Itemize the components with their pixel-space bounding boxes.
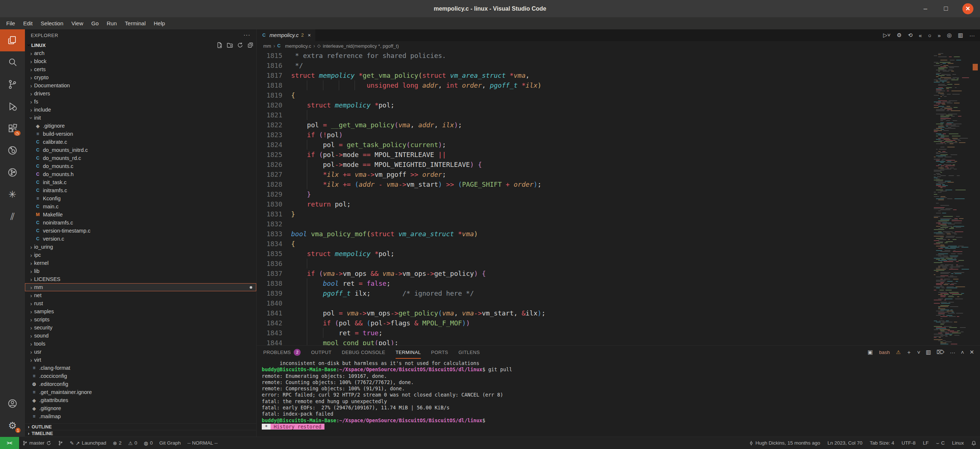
tree-item-main-c[interactable]: Cmain.c — [25, 202, 256, 210]
panel-action-4[interactable]: ··· — [950, 349, 955, 355]
breadcrumb-item[interactable]: mm — [263, 43, 271, 49]
remote-indicator[interactable]: >< — [0, 437, 19, 449]
tree-item-mm[interactable]: ›mm — [25, 283, 256, 291]
editor-action-5[interactable]: » — [937, 32, 940, 38]
tree-item-samples[interactable]: ›samples — [25, 307, 256, 315]
tree-item-drivers[interactable]: ›drivers — [25, 89, 256, 97]
panel-action-5[interactable]: ˄ — [961, 349, 964, 355]
activity-gitlens-inspect[interactable] — [0, 139, 25, 161]
status-git-graph[interactable]: Git Graph — [156, 437, 184, 449]
tree-item-virt[interactable]: ›virt — [25, 356, 256, 364]
tree-item-fs[interactable]: ›fs — [25, 97, 256, 106]
tree-item-kconfig[interactable]: ≡Kconfig — [25, 194, 256, 202]
tree-item-init-task-c[interactable]: Cinit_task.c — [25, 178, 256, 186]
editor-action-2[interactable]: ⟲ — [908, 32, 913, 38]
tree-item--clang-format[interactable]: ≡.clang-format — [25, 364, 256, 372]
activity-explorer[interactable] — [0, 29, 25, 51]
editor-action-3[interactable]: « — [919, 32, 922, 38]
status-utf-8[interactable]: UTF-8 — [898, 437, 919, 449]
activity-accounts[interactable] — [0, 393, 25, 414]
tree-item-rust[interactable]: ›rust — [25, 299, 256, 307]
collapse-all-icon[interactable] — [248, 42, 253, 48]
tree-item-kernel[interactable]: ›kernel — [25, 259, 256, 267]
panel-action-6[interactable]: ✕ — [969, 349, 974, 355]
outline-section[interactable]: › OUTLINE — [25, 424, 256, 430]
tree-item-security[interactable]: ›security — [25, 323, 256, 332]
terminal-shell-label[interactable]: bash — [879, 350, 890, 355]
tree-item-scripts[interactable]: ›scripts — [25, 315, 256, 323]
workspace-section-header[interactable]: › LINUX — [25, 41, 256, 49]
menu-selection[interactable]: Selection — [37, 17, 67, 29]
tree-item-certs[interactable]: ›certs — [25, 65, 256, 73]
panel-tab-output[interactable]: OUTPUT — [311, 346, 331, 359]
tab-mempolicy[interactable]: C mempolicy.c 2 × — [257, 29, 315, 41]
activity-settings[interactable]: ⚙1 — [0, 414, 25, 436]
new-folder-icon[interactable] — [227, 42, 233, 48]
code-editor[interactable]: 1815 * extra reference for shared polici… — [257, 51, 980, 345]
tree-item-tools[interactable]: ›tools — [25, 340, 256, 348]
tree-item-sound[interactable]: ›sound — [25, 332, 256, 340]
tree-item--editorconfig[interactable]: ⚙.editorconfig — [25, 380, 256, 388]
menu-go[interactable]: Go — [87, 17, 103, 29]
panel-action-0[interactable]: ＋ — [906, 349, 912, 356]
menu-edit[interactable]: Edit — [19, 17, 37, 29]
menu-run[interactable]: Run — [103, 17, 121, 29]
terminal[interactable]: inconsistent on-disk but harmless as it'… — [257, 359, 980, 436]
status-master[interactable]: master — [19, 437, 55, 449]
panel-action-1[interactable]: ˅ — [917, 349, 920, 355]
tree-item-do-mounts-initrd-c[interactable]: Cdo_mounts_initrd.c — [25, 146, 256, 154]
tree-item--gitignore[interactable]: ◈.gitignore — [25, 404, 256, 412]
minimap[interactable] — [932, 51, 969, 345]
tab-close-icon[interactable]: × — [308, 32, 310, 38]
tree-item-include[interactable]: ›include — [25, 106, 256, 114]
tree-item-do-mounts-c[interactable]: Cdo_mounts.c — [25, 162, 256, 170]
tree-item-crypto[interactable]: ›crypto — [25, 73, 256, 81]
tree-item-calibrate-c[interactable]: Ccalibrate.c — [25, 138, 256, 146]
tree-item-lib[interactable]: ›lib — [25, 267, 256, 275]
refresh-icon[interactable] — [237, 42, 243, 48]
tree-item-arch[interactable]: ›arch — [25, 49, 256, 57]
tree-item--gitattributes[interactable]: ◈.gitattributes — [25, 396, 256, 404]
menu-help[interactable]: Help — [150, 17, 169, 29]
status-ln-2023-col-70[interactable]: Ln 2023, Col 70 — [824, 437, 866, 449]
activity-extensions[interactable]: ◷ — [0, 117, 25, 139]
status-normal[interactable]: -- NORMAL -- — [184, 437, 221, 449]
editor-action-6[interactable]: ◎ — [947, 32, 952, 38]
status-c[interactable]: ⌣C — [932, 437, 948, 449]
panel-action-3[interactable]: ⌦ — [936, 349, 944, 355]
menu-view[interactable]: View — [67, 17, 87, 29]
tree-item-noinitramfs-c[interactable]: Cnoinitramfs.c — [25, 219, 256, 227]
panel-action-2[interactable]: ▥ — [926, 349, 931, 355]
tree-item-io-uring[interactable]: ›io_uring — [25, 243, 256, 251]
activity-source-control[interactable] — [0, 73, 25, 96]
tree-item-usr[interactable]: ›usr — [25, 348, 256, 356]
explorer-more-actions[interactable]: ··· — [243, 32, 250, 38]
panel-tab-ports[interactable]: PORTS — [431, 346, 449, 359]
activity-ai-assistant[interactable]: ✳ — [0, 183, 25, 205]
status-linux[interactable]: Linux — [948, 437, 967, 449]
activity-git-graph[interactable] — [0, 161, 25, 183]
editor-action-7[interactable]: ▥ — [958, 32, 963, 38]
minimize-button[interactable]: – — [921, 5, 929, 13]
tree-item--mailmap[interactable]: ≡.mailmap — [25, 412, 256, 420]
editor-action-8[interactable]: ··· — [969, 32, 975, 38]
tree-item-do-mounts-rd-c[interactable]: Cdo_mounts_rd.c — [25, 154, 256, 162]
editor-action-4[interactable]: ○ — [928, 32, 931, 38]
panel-tab-terminal[interactable]: TERMINAL — [396, 346, 421, 359]
status-lf[interactable]: LF — [919, 437, 932, 449]
editor-action-0[interactable]: ▷˅ — [883, 32, 891, 38]
tree-item--gitignore[interactable]: ◈.gitignore — [25, 122, 256, 130]
status-tab-size-4[interactable]: Tab Size: 4 — [866, 437, 898, 449]
tree-item--get-maintainer-ignore[interactable]: ≡.get_maintainer.ignore — [25, 388, 256, 396]
tree-item-build-version[interactable]: ≡build-version — [25, 130, 256, 138]
status-launchpad[interactable]: ✎↗Launchpad — [66, 437, 109, 449]
panel-tab-gitlens[interactable]: GITLENS — [458, 346, 480, 359]
tree-item-initramfs-c[interactable]: Cinitramfs.c — [25, 186, 256, 194]
tree-item-documentation[interactable]: ›Documentation — [25, 81, 256, 89]
breadcrumb-item[interactable]: mempolicy.c — [285, 43, 311, 49]
breadcrumb-item[interactable]: interleave_nid(mempolicy *, pgoff_t) — [323, 43, 399, 49]
tree-item-net[interactable]: ›net — [25, 291, 256, 299]
new-file-icon[interactable] — [217, 42, 223, 48]
tree-item-version-timestamp-c[interactable]: Cversion-timestamp.c — [25, 227, 256, 235]
activity-run-debug[interactable] — [0, 96, 25, 117]
